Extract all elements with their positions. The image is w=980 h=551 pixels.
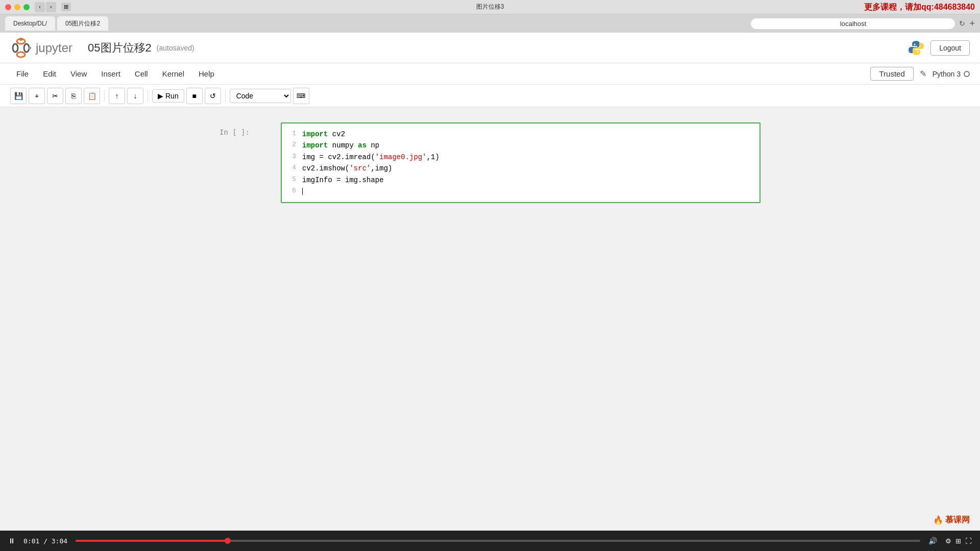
jupyter-header: jupyter 05图片位移2 (autosaved) Logout	[0, 33, 980, 63]
traffic-lights	[5, 4, 30, 10]
svg-point-6	[914, 43, 916, 45]
address-text: localhost	[840, 20, 866, 28]
tab-notebook-label: 05图片位移2	[65, 19, 100, 28]
line-content-3: img = cv2.imread('image0.jpg',1)	[302, 152, 439, 163]
line-num-3: 3	[287, 152, 302, 163]
bottom-bar: ⏸ 0:01 / 3:04 🔊 ⚙ ⊞ ⛶	[0, 531, 980, 551]
line-num-2: 2	[287, 140, 302, 151]
cell-prompt: In [ ]:	[219, 128, 250, 136]
trusted-button[interactable]: Trusted	[870, 67, 913, 81]
tab-desktop[interactable]: Desktop/DL/	[5, 16, 55, 31]
sidebar-toggle[interactable]: ⊞	[61, 3, 71, 11]
settings-icons: ⚙ ⊞ ⛶	[945, 537, 972, 545]
volume-icon[interactable]: 🔊	[928, 537, 937, 545]
line-content-2: import numpy as np	[302, 140, 379, 151]
tab-notebook[interactable]: 05图片位移2	[57, 16, 108, 31]
jupyter-logo: jupyter	[10, 37, 72, 59]
add-cell-button[interactable]: +	[29, 88, 45, 104]
kernel-status-icon	[964, 71, 970, 77]
cell-type-select[interactable]: Code Markdown Raw NBConvert	[230, 89, 291, 103]
promo-text: 更多课程，请加qq:484683840	[864, 2, 975, 12]
time-total: 3:04	[52, 537, 67, 545]
code-line-1: 1 import cv2	[287, 129, 754, 140]
notebook-title[interactable]: 05图片位移2	[88, 40, 152, 56]
watermark-text: 慕课网	[945, 515, 970, 525]
tab-desktop-label: Desktop/DL/	[13, 20, 47, 27]
paste-button[interactable]: 📋	[84, 88, 100, 104]
watermark: 🔥 慕课网	[933, 515, 970, 525]
restart-button[interactable]: ↺	[205, 88, 221, 104]
code-line-6: 6	[287, 186, 754, 197]
menu-view[interactable]: View	[64, 66, 93, 81]
line-content-4: cv2.imshow('src',img)	[302, 163, 392, 174]
notebook-cell: In [ ]: 1 import cv2 2 import numpy as n…	[209, 122, 771, 203]
menu-edit[interactable]: Edit	[37, 66, 62, 81]
time-current: 0:01	[23, 537, 39, 545]
main-content: In [ ]: 1 import cv2 2 import numpy as n…	[0, 107, 980, 531]
cell-sidebar: In [ ]:	[209, 122, 281, 203]
header-right: Logout	[907, 39, 970, 57]
separator1	[104, 90, 105, 102]
cut-button[interactable]: ✂	[47, 88, 63, 104]
code-line-3: 3 img = cv2.imread('image0.jpg',1)	[287, 152, 754, 163]
line-num-6: 6	[287, 186, 302, 197]
autosaved-label: (autosaved)	[157, 44, 194, 52]
kernel-name: Python 3	[933, 70, 961, 78]
svg-point-1	[17, 52, 25, 57]
nav-buttons: ‹ ›	[35, 2, 56, 12]
keyboard-button[interactable]: ⌨	[293, 88, 309, 104]
forward-button[interactable]: ›	[46, 2, 56, 12]
python-logo-icon	[907, 39, 925, 57]
run-button[interactable]: ▶ Run	[152, 89, 184, 103]
maximize-button[interactable]	[23, 4, 30, 10]
menu-kernel[interactable]: Kernel	[156, 66, 190, 81]
settings-icon-1[interactable]: ⚙	[945, 537, 951, 545]
play-pause-button[interactable]: ⏸	[8, 537, 15, 545]
new-tab-button[interactable]: +	[969, 18, 975, 29]
svg-point-4	[19, 38, 22, 41]
flame-icon: 🔥	[933, 515, 943, 525]
minimize-button[interactable]	[14, 4, 20, 10]
separator2	[148, 90, 148, 102]
settings-icon-2[interactable]: ⊞	[955, 537, 961, 545]
code-line-4: 4 cv2.imshow('src',img)	[287, 163, 754, 174]
code-line-5: 5 imgInfo = img.shape	[287, 174, 754, 186]
menu-help[interactable]: Help	[192, 66, 220, 81]
line-content-5: imgInfo = img.shape	[302, 174, 384, 186]
kernel-info: Python 3	[933, 70, 970, 78]
code-area[interactable]: 1 import cv2 2 import numpy as np 3 img …	[282, 123, 760, 202]
line-num-4: 4	[287, 163, 302, 174]
tab-area: Desktop/DL/ 05图片位移2	[5, 14, 747, 33]
move-down-button[interactable]: ↓	[127, 88, 143, 104]
menu-insert[interactable]: Insert	[95, 66, 127, 81]
edit-icon[interactable]: ✎	[920, 69, 926, 79]
cell-body[interactable]: 1 import cv2 2 import numpy as np 3 img …	[281, 122, 761, 203]
svg-point-2	[13, 44, 18, 52]
jupyter-name: jupyter	[36, 41, 72, 55]
line-num-1: 1	[287, 129, 302, 140]
refresh-button[interactable]: ↻	[959, 19, 965, 28]
jupyter-logo-icon	[10, 37, 32, 59]
line-num-5: 5	[287, 174, 302, 186]
svg-point-7	[917, 51, 919, 52]
copy-button[interactable]: ⎘	[65, 88, 82, 104]
save-button[interactable]: 💾	[10, 88, 27, 104]
line-content-1: import cv2	[302, 129, 345, 140]
titlebar: ‹ › ⊞ 图片位移3 更多课程，请加qq:484683840	[0, 0, 980, 14]
menubar: File Edit View Insert Cell Kernel Help T…	[0, 63, 980, 85]
run-icon: ▶	[158, 92, 163, 100]
progress-dot	[225, 538, 231, 544]
close-button[interactable]	[5, 4, 11, 10]
line-content-6	[302, 186, 303, 197]
address-bar[interactable]: localhost	[751, 18, 955, 29]
menu-file[interactable]: File	[10, 66, 35, 81]
back-button[interactable]: ‹	[35, 2, 45, 12]
move-up-button[interactable]: ↑	[109, 88, 125, 104]
separator3	[225, 90, 226, 102]
interrupt-button[interactable]: ■	[186, 88, 203, 104]
settings-icon-3[interactable]: ⛶	[965, 537, 972, 545]
logout-button[interactable]: Logout	[930, 40, 970, 56]
menu-cell[interactable]: Cell	[129, 66, 154, 81]
progress-bar[interactable]	[76, 540, 920, 542]
toolbar: 💾 + ✂ ⎘ 📋 ↑ ↓ ▶ Run ■ ↺ Code Markdown Ra…	[0, 85, 980, 107]
